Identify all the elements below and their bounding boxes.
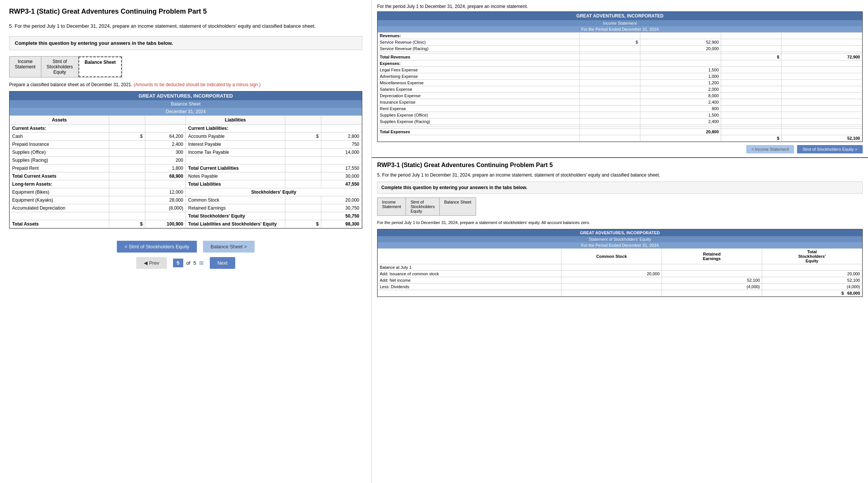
tab-income-statement[interactable]: IncomeStatement <box>9 57 41 77</box>
exp-sup-rac-label: Supplies Expense (Racing) <box>378 118 580 125</box>
total-revenues-label: Total Revenues <box>378 54 580 60</box>
prev-page-button[interactable]: ◀ Prev <box>136 257 167 269</box>
table-row: $ 52,100 <box>378 135 862 142</box>
exp-misc-value: 1,200 <box>640 80 721 86</box>
se-net-income-common <box>561 277 662 283</box>
asset-cash-value: 64,200 <box>145 132 186 140</box>
right-bottom-question: 5. For the period July 1 to December 31,… <box>377 172 863 178</box>
se-issuance-total: 20,000 <box>762 270 862 277</box>
rev-clinic-dollar: $ <box>580 39 640 46</box>
exp-rent-value: 800 <box>640 106 721 112</box>
page-title: RWP3-1 (Static) Great Adventures Continu… <box>9 8 362 16</box>
asset-equip-bikes-value: 12,000 <box>145 188 186 196</box>
tab-stmt-equity[interactable]: Stmt ofStockholdersEquity <box>41 57 79 77</box>
r2-tabs-container: IncomeStatement Stmt ofStockholdersEquit… <box>377 197 476 216</box>
page-number: 5 <box>173 259 183 267</box>
table-row: Add: Issuance of common stock 20,000 20,… <box>378 270 862 277</box>
table-row: Expenses: <box>378 60 862 67</box>
right-bottom-instruction: Complete this question by entering your … <box>377 182 863 194</box>
se-net-income-total: 52,100 <box>762 277 862 283</box>
prepare-note-text: Prepare a classified balance sheet as of… <box>9 82 132 87</box>
r2-note: For the period July 1 to December 31, 20… <box>377 219 863 226</box>
net-income-value: 52,100 <box>782 135 862 142</box>
se-dividends-total: (4,000) <box>762 283 862 290</box>
se-col-total: TotalStockholders'Equity <box>762 248 862 264</box>
is-next-btn[interactable]: Stmt of Stockholders Equity > <box>797 145 863 153</box>
total-current-assets-value: 68,900 <box>145 172 186 180</box>
total-pages: 5 <box>193 260 196 266</box>
income-statement-container: GREAT ADVENTURES, INCORPORATED Income St… <box>377 11 863 142</box>
asset-supplies-office-value: 300 <box>145 148 186 156</box>
asset-accum-dep-label: Accumulated Depreciation <box>10 204 109 212</box>
bs-company: GREAT ADVENTURES, INCORPORATED <box>9 92 362 100</box>
next-page-button[interactable]: Next <box>210 257 235 269</box>
nav-row: < Stmt of Stockholders Equity Balance Sh… <box>9 241 362 253</box>
right-top-section: For the period July 1 to December 31, 20… <box>372 0 868 158</box>
bs-col-headers: Assets Liabilities <box>10 115 362 124</box>
total-liabilities-value: 47,550 <box>321 180 362 188</box>
tabs-container: IncomeStatement Stmt ofStockholdersEquit… <box>9 56 122 77</box>
section-row-1: Current Assets: Current Liabilities: <box>10 124 362 132</box>
total-liab-equity-value: 98,300 <box>321 220 362 228</box>
exp-sup-off-label: Supplies Expense (Office) <box>378 112 580 118</box>
asset-cash-label: Cash <box>10 132 109 140</box>
table-row: Service Revenue (Racing) 20,000 <box>378 46 862 52</box>
exp-legal-label: Legal Fees Expense <box>378 67 580 73</box>
exp-sal-label: Salaries Expense <box>378 86 580 93</box>
exp-adv-label: Advertising Expense <box>378 73 580 80</box>
total-assets-dollar: $ <box>109 220 145 228</box>
rev-clinic-value: 52,900 <box>640 39 721 46</box>
balance-sheet-container: GREAT ADVENTURES, INCORPORATED Balance S… <box>9 91 362 229</box>
rev-clinic-label: Service Revenue (Clinic) <box>378 39 580 46</box>
r2-tab-stmt[interactable]: Stmt ofStockholdersEquity <box>406 198 440 215</box>
table-row: Prepaid Insurance 2,400 Interest Payable… <box>10 140 362 148</box>
equity-common-value: 20,000 <box>321 196 362 204</box>
se-col-header-row: Common Stock RetainedEarnings TotalStock… <box>378 248 862 264</box>
total-expenses-label: Total Expenses <box>378 129 580 135</box>
table-row: Less: Dividends (4,000) (4,000) <box>378 283 862 290</box>
se-net-income-retained: 52,100 <box>662 277 762 283</box>
total-liab-equity-dollar: $ <box>285 220 321 228</box>
tab-balance-sheet[interactable]: Balance Sheet <box>79 57 122 77</box>
liab-int-pay-value: 750 <box>321 140 362 148</box>
se-final-total: $ 68,000 <box>762 290 862 296</box>
is-date: For the Period Ended December 31, 2024 <box>377 26 862 32</box>
left-panel: RWP3-1 (Static) Great Adventures Continu… <box>0 0 372 483</box>
se-balance-july1-common <box>561 264 662 270</box>
asset-prepaid-ins-value: 2,400 <box>145 140 186 148</box>
grid-icon[interactable]: ⊞ <box>199 260 204 266</box>
liab-itp-value: 14,000 <box>321 148 362 156</box>
balance-sheet-nav-btn[interactable]: Balance Sheet > <box>203 241 255 253</box>
prev-button[interactable]: < Stmt of Stockholders Equity <box>117 241 197 253</box>
table-row: Total Current Assets 68,900 Notes Payabl… <box>10 172 362 180</box>
se-issuance-common: 20,000 <box>561 270 662 277</box>
is-company: GREAT ADVENTURES, INCORPORATED <box>377 12 862 20</box>
exp-legal-value: 1,500 <box>640 67 721 73</box>
asset-equip-kayaks-label: Equipment (Kayaks) <box>10 196 109 204</box>
page-indicator: 5 of 5 ⊞ <box>173 259 204 267</box>
net-income-dollar: $ <box>721 135 782 142</box>
se-dividends-common <box>561 283 662 290</box>
table-row: Long-term Assets: Total Liabilities 47,5… <box>10 180 362 188</box>
liab-itp-label: Income Tax Payable <box>186 148 285 156</box>
total-expenses-value: 20,800 <box>640 129 721 135</box>
table-row: Legal Fees Expense 1,500 <box>378 67 862 73</box>
r2-tab-bs[interactable]: Balance Sheet <box>440 198 476 215</box>
r2-tab-income[interactable]: IncomeStatement <box>377 198 406 215</box>
asset-equip-kayaks-value: 28,000 <box>145 196 186 204</box>
total-liabilities-label: Total Liabilities <box>186 180 285 188</box>
right-panel: For the period July 1 to December 31, 20… <box>372 0 868 483</box>
is-prev-btn[interactable]: < Income Statement <box>746 145 794 153</box>
se-dividends-label: Less: Dividends <box>378 283 561 290</box>
table-row: $ 68,000 <box>378 290 862 296</box>
se-issuance-retained <box>662 270 762 277</box>
current-assets-label: Current Assets: <box>10 124 109 132</box>
instruction-text: Complete this question by entering your … <box>15 40 173 46</box>
table-row: Add: Net income 52,100 52,100 <box>378 277 862 283</box>
se-balance-july1: Balance at July 1 <box>378 264 561 270</box>
table-row: Total Revenues $ 72,900 <box>378 54 862 60</box>
table-row: Salaries Expense 2,000 <box>378 86 862 93</box>
se-company: GREAT ADVENTURES, INCORPORATED <box>377 229 862 236</box>
assets-header: Assets <box>10 115 109 124</box>
right-bottom-section: RWP3-1 (Static) Great Adventures Continu… <box>372 158 868 483</box>
